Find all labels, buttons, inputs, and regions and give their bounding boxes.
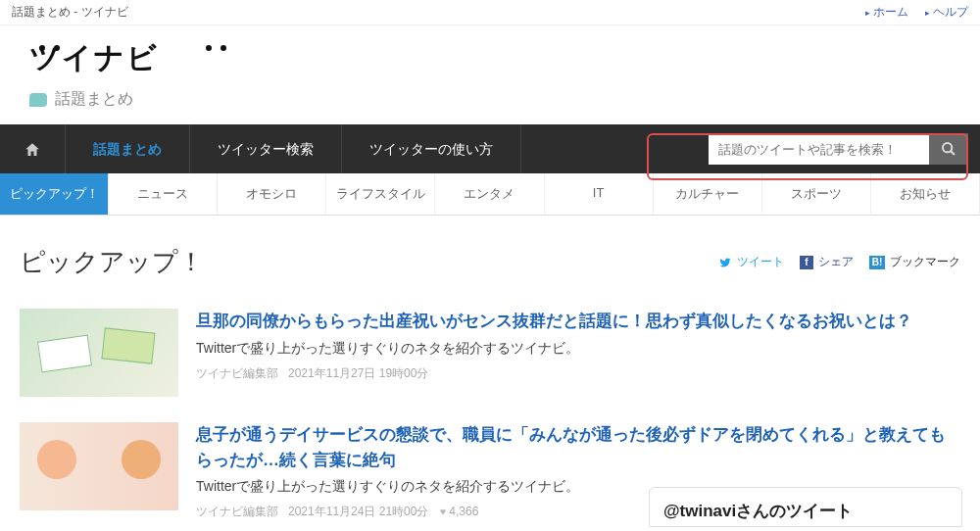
tab-entertainment[interactable]: エンタメ (435, 173, 544, 215)
svg-text:ツイナビ: ツイナビ (29, 41, 159, 73)
tweet-button[interactable]: ツイート (718, 254, 784, 270)
svg-point-5 (943, 143, 952, 152)
tab-it[interactable]: IT (545, 173, 654, 215)
svg-point-3 (206, 45, 212, 51)
main-content: ピックアップ！ ツイート f シェア B! ブックマーク 旦那の同僚からもらった… (0, 216, 980, 531)
fb-share-button[interactable]: f シェア (800, 254, 854, 270)
logo-subtitle-text: 話題まとめ (55, 89, 133, 110)
sub-nav: ピックアップ！ ニュース オモシロ ライフスタイル エンタメ IT カルチャー … (0, 173, 980, 216)
tab-culture[interactable]: カルチャー (654, 173, 762, 215)
nav-home[interactable] (0, 124, 66, 173)
tab-funny[interactable]: オモシロ (218, 173, 326, 215)
nav-twitter-howto[interactable]: ツイッターの使い方 (342, 124, 521, 173)
tab-lifestyle[interactable]: ライフスタイル (326, 173, 435, 215)
nav-topics[interactable]: 話題まとめ (66, 124, 190, 173)
search-icon (941, 141, 956, 157)
article-date: 2021年11月24日 21時00分 (288, 505, 428, 518)
svg-line-6 (951, 151, 955, 155)
article-date: 2021年11月27日 19時00分 (288, 366, 428, 380)
article-meta: ツイナビ編集部 2021年11月27日 19時00分 (196, 365, 960, 382)
article-title[interactable]: 旦那の同僚からもらった出産祝いがセンス抜群だと話題に！思わず真似したくなるお祝い… (196, 309, 960, 334)
topbar-links: ホーム ヘルプ (852, 4, 968, 21)
search-form (697, 127, 980, 170)
article-title[interactable]: 息子が通うデイサービスの懇談で、職員に「みんなが通った後必ずドアを閉めてくれる」… (196, 422, 960, 472)
main-nav: 話題まとめ ツイッター検索 ツイッターの使い方 (0, 124, 980, 173)
search-input[interactable] (709, 133, 929, 165)
tab-pickup[interactable]: ピックアップ！ (0, 173, 109, 215)
bookmark-label: ブックマーク (890, 254, 960, 270)
logo-block: ツイナビ 話題まとめ (0, 25, 980, 124)
article-item: 旦那の同僚からもらった出産祝いがセンス抜群だと話題に！思わず真似したくなるお祝い… (20, 309, 960, 397)
article-thumbnail[interactable] (20, 309, 178, 397)
search-button[interactable] (929, 133, 968, 165)
twitter-icon (718, 257, 732, 268)
svg-point-1 (39, 45, 45, 51)
tab-news[interactable]: ニュース (109, 173, 218, 215)
help-link[interactable]: ヘルプ (925, 5, 968, 19)
article-desc: Twitterで盛り上がった選りすぐりのネタを紹介するツイナビ。 (196, 340, 960, 358)
article-author: ツイナビ編集部 (196, 366, 278, 380)
page-heading: ピックアップ！ (20, 245, 204, 279)
twitter-widget: @twinaviさんのツイート (649, 487, 962, 527)
speech-bubble-icon (29, 93, 47, 107)
bookmark-button[interactable]: B! ブックマーク (869, 254, 960, 270)
twitter-widget-title: @twinaviさんのツイート (663, 500, 948, 522)
svg-point-2 (54, 45, 60, 51)
page-header: ピックアップ！ ツイート f シェア B! ブックマーク (20, 245, 960, 279)
article-author: ツイナビ編集部 (196, 505, 278, 518)
svg-point-4 (220, 45, 226, 51)
tab-sports[interactable]: スポーツ (762, 173, 871, 215)
hatena-icon: B! (869, 256, 885, 269)
facebook-icon: f (800, 256, 813, 269)
tab-notice[interactable]: お知らせ (871, 173, 980, 215)
home-icon (24, 141, 41, 159)
home-link[interactable]: ホーム (865, 5, 908, 19)
article-thumbnail[interactable] (20, 422, 178, 510)
logo-subtitle: 話題まとめ (29, 89, 960, 110)
share-bar: ツイート f シェア B! ブックマーク (718, 254, 960, 270)
fb-share-label: シェア (818, 254, 854, 270)
topbar: 話題まとめ - ツイナビ ホーム ヘルプ (0, 0, 980, 25)
tweet-label: ツイート (737, 254, 784, 270)
article-body: 旦那の同僚からもらった出産祝いがセンス抜群だと話題に！思わず真似したくなるお祝い… (196, 309, 960, 397)
site-logo[interactable]: ツイナビ (29, 40, 960, 83)
article-likes: 4,366 (432, 505, 479, 518)
nav-twitter-search[interactable]: ツイッター検索 (190, 124, 342, 173)
page-title: 話題まとめ - ツイナビ (12, 4, 128, 21)
